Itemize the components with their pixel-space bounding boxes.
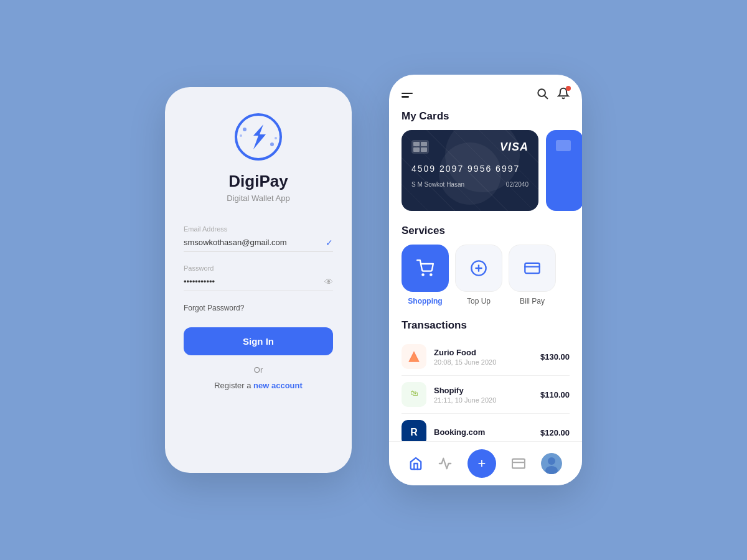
svg-point-3	[270, 142, 274, 146]
bill-icon	[524, 259, 541, 277]
zurio-date: 20:08, 15 June 2020	[434, 358, 533, 366]
shopify-name: Shopify	[434, 386, 533, 395]
dashboard-screen: My Cards VISA 4509 2097 9956 6997 S M So	[389, 75, 582, 485]
transaction-zurio[interactable]: Zurio Food 20:08, 15 June 2020 $130.00	[402, 338, 570, 376]
password-group: Password 👁	[184, 264, 333, 291]
my-cards-title: My Cards	[389, 110, 582, 123]
service-billpay: Bill Pay	[509, 245, 556, 306]
email-check-icon: ✓	[326, 238, 333, 248]
header-icons	[536, 87, 570, 103]
app-header	[389, 75, 582, 110]
card2-chip	[556, 140, 571, 151]
home-nav-button[interactable]	[409, 457, 423, 470]
notification-button[interactable]	[557, 87, 570, 103]
shopify-info: Shopify 21:11, 10 June 2020	[434, 386, 533, 404]
topup-label: Top Up	[467, 297, 491, 306]
search-icon	[536, 87, 548, 100]
zurio-amount: $130.00	[540, 352, 570, 362]
notification-dot	[566, 86, 571, 91]
services-list: Shopping Top Up	[389, 245, 582, 306]
svg-rect-18	[512, 459, 525, 469]
svg-text:🛍: 🛍	[410, 389, 418, 398]
logo-container	[233, 112, 283, 162]
svg-point-1	[243, 128, 247, 131]
svg-line-6	[545, 96, 548, 99]
svg-rect-12	[525, 263, 539, 273]
shopping-button[interactable]	[402, 245, 449, 292]
zurio-name: Zurio Food	[434, 348, 533, 357]
zurio-icon	[402, 344, 426, 369]
password-input-wrapper: 👁	[184, 276, 333, 291]
register-text: Register a new account	[214, 381, 303, 390]
bottom-navigation: +	[389, 441, 582, 485]
email-group: Email Address ✓	[184, 225, 333, 252]
login-screen: DigiPay Digital Wallet App Email Address…	[165, 87, 352, 473]
topup-icon	[470, 259, 487, 277]
zurio-info: Zurio Food 20:08, 15 June 2020	[434, 348, 533, 366]
password-label: Password	[184, 264, 333, 272]
transactions-title: Transactions	[402, 319, 570, 332]
digipay-logo	[233, 112, 283, 162]
transaction-shopify[interactable]: 🛍 Shopify 21:11, 10 June 2020 $110.00	[402, 376, 570, 414]
topup-button[interactable]	[455, 245, 502, 292]
booking-info: Booking.com	[434, 427, 533, 438]
email-input[interactable]	[184, 238, 333, 247]
shopify-amount: $110.00	[540, 390, 570, 399]
credit-card-1[interactable]: VISA 4509 2097 9956 6997 S M Sowkot Hasa…	[402, 130, 538, 211]
register-link[interactable]: new account	[253, 381, 303, 390]
app-name: DigiPay	[228, 172, 288, 191]
svg-point-21	[548, 457, 555, 465]
menu-button[interactable]	[402, 93, 413, 98]
email-label: Email Address	[184, 225, 333, 233]
billpay-button[interactable]	[509, 245, 556, 292]
shopify-icon: 🛍	[402, 382, 426, 407]
avatar-icon	[541, 453, 562, 474]
booking-icon: R	[402, 420, 426, 441]
services-title: Services	[389, 225, 582, 237]
billpay-label: Bill Pay	[520, 297, 545, 306]
credit-card-2[interactable]	[546, 130, 582, 211]
zurio-logo	[407, 350, 421, 363]
app-subtitle: Digital Wallet App	[227, 194, 289, 203]
forgot-password-link[interactable]: Forgot Password?	[184, 304, 333, 312]
signin-button[interactable]: Sign In	[184, 327, 333, 355]
add-icon: +	[478, 457, 486, 470]
activity-icon	[438, 457, 452, 470]
add-nav-button[interactable]: +	[467, 449, 496, 478]
service-shopping: Shopping	[402, 245, 449, 306]
svg-point-8	[430, 274, 431, 275]
shopping-label: Shopping	[408, 297, 442, 306]
transaction-booking[interactable]: R Booking.com $120.00	[402, 414, 570, 441]
wallet-nav-button[interactable]	[512, 457, 525, 470]
password-input[interactable]	[184, 277, 333, 286]
transactions-section: Transactions Zurio Food 20:08, 15 June 2…	[389, 319, 582, 441]
dashboard-content: My Cards VISA 4509 2097 9956 6997 S M So	[389, 75, 582, 441]
home-icon	[409, 457, 423, 470]
cards-carousel: VISA 4509 2097 9956 6997 S M Sowkot Hasa…	[389, 130, 582, 211]
svg-point-2	[240, 134, 242, 137]
shopify-date: 21:11, 10 June 2020	[434, 396, 533, 404]
booking-name: Booking.com	[434, 427, 533, 437]
wallet-icon	[512, 457, 525, 470]
shopify-logo: 🛍	[407, 388, 421, 401]
activity-nav-button[interactable]	[438, 457, 452, 470]
profile-nav-button[interactable]	[541, 453, 562, 474]
search-button[interactable]	[536, 87, 548, 103]
eye-icon[interactable]: 👁	[324, 277, 333, 287]
shopping-icon	[416, 259, 434, 277]
svg-point-4	[275, 137, 277, 139]
service-topup: Top Up	[455, 245, 502, 306]
email-input-wrapper: ✓	[184, 236, 333, 252]
or-divider: Or	[254, 365, 263, 375]
hamburger-icon	[402, 93, 413, 98]
svg-point-7	[422, 274, 423, 275]
booking-amount: $120.00	[540, 428, 570, 437]
